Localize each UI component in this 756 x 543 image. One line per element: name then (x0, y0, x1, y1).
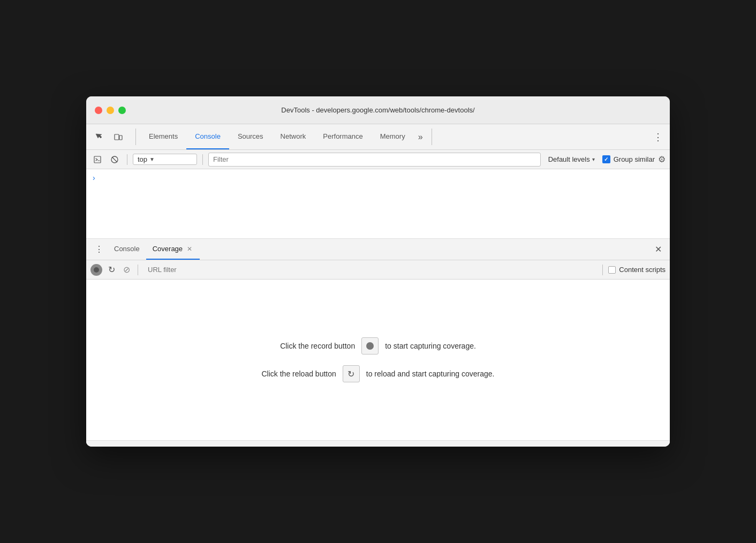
nav-separator-2 (432, 129, 432, 145)
console-toolbar: top ▼ Default levels ▾ Group similar ⚙ (86, 150, 670, 169)
levels-label: Default levels (548, 155, 590, 163)
svg-rect-1 (119, 135, 122, 140)
clear-console-button[interactable] (108, 153, 122, 167)
svg-line-5 (112, 157, 117, 162)
context-selector[interactable]: top ▼ (133, 154, 197, 165)
minimize-button[interactable] (107, 107, 114, 114)
nav-tabs: Elements Console Sources Network Perform… (140, 124, 414, 149)
bottom-tab-bar: ⋮ Console Coverage ✕ ✕ (86, 239, 670, 260)
console-prompt: › (93, 174, 663, 182)
record-inline-icon (366, 342, 374, 350)
reload-inline-button[interactable]: ↻ (343, 365, 360, 382)
devtools-window: DevTools - developers.google.com/web/too… (86, 96, 670, 447)
devtools-menu-button[interactable]: ⋮ (651, 130, 666, 145)
coverage-toolbar-separator (138, 265, 138, 275)
titlebar: DevTools - developers.google.com/web/too… (86, 96, 670, 124)
bottom-panel-menu-button[interactable]: ⋮ (90, 239, 108, 260)
coverage-tab-label: Coverage (153, 245, 183, 253)
record-icon (94, 267, 99, 273)
device-toolbar-button[interactable] (110, 129, 127, 146)
record-instruction-before: Click the record button (280, 342, 355, 350)
nav-separator (135, 129, 136, 145)
context-value: top (138, 155, 147, 163)
reload-and-record-button[interactable]: ↻ (105, 264, 117, 276)
content-scripts-label[interactable]: Content scripts (608, 266, 666, 274)
tab-elements[interactable]: Elements (140, 124, 186, 149)
group-similar-label: Group similar (614, 155, 655, 163)
horizontal-scrollbar[interactable] (86, 440, 670, 447)
reload-instruction-before: Click the reload button (261, 369, 336, 378)
coverage-toolbar: ↻ ⊘ Content scripts (86, 260, 670, 280)
tab-performance[interactable]: Performance (314, 124, 371, 149)
url-filter-input[interactable] (143, 263, 597, 277)
content-scripts-text: Content scripts (619, 266, 666, 274)
coverage-empty-state: Click the record button to start capturi… (86, 280, 670, 440)
toolbar-separator-2 (202, 154, 203, 165)
coverage-toolbar-separator-2 (602, 265, 603, 275)
record-instruction: Click the record button to start capturi… (280, 337, 476, 355)
context-arrow-icon: ▼ (149, 156, 155, 162)
nav-icons (90, 124, 131, 149)
close-button[interactable] (95, 107, 102, 114)
close-panel-button[interactable]: ✕ (651, 242, 666, 257)
window-title: DevTools - developers.google.com/web/too… (281, 106, 474, 114)
toolbar-separator (127, 154, 127, 165)
record-instruction-after: to start capturing coverage. (385, 342, 476, 350)
reload-inline-icon: ↻ (347, 369, 354, 379)
traffic-lights (95, 107, 126, 114)
levels-dropdown[interactable]: Default levels ▾ (544, 154, 599, 164)
bottom-panel: ⋮ Console Coverage ✕ ✕ ↻ ⊘ (86, 239, 670, 447)
record-button[interactable] (90, 264, 102, 276)
record-inline-button[interactable] (361, 337, 379, 355)
clear-coverage-button[interactable]: ⊘ (120, 264, 132, 276)
console-tab-label: Console (114, 245, 140, 253)
reload-instruction: Click the reload button ↻ to reload and … (261, 365, 494, 382)
tab-network[interactable]: Network (272, 124, 315, 149)
filter-input[interactable] (208, 153, 541, 167)
tab-console[interactable]: Console (186, 124, 229, 149)
tab-memory[interactable]: Memory (372, 124, 414, 149)
more-tabs-button[interactable]: » (414, 124, 427, 149)
tab-console-bottom[interactable]: Console (108, 239, 146, 260)
bottom-tab-end: ✕ (651, 239, 666, 260)
nav-end: ⋮ (651, 124, 666, 149)
content-scripts-checkbox[interactable] (608, 266, 616, 274)
settings-icon[interactable]: ⚙ (658, 154, 666, 164)
group-similar-checkbox[interactable] (602, 155, 610, 163)
tab-sources[interactable]: Sources (229, 124, 272, 149)
prompt-arrow-icon[interactable]: › (93, 174, 95, 182)
tab-coverage[interactable]: Coverage ✕ (146, 239, 200, 260)
coverage-tab-close[interactable]: ✕ (186, 244, 193, 254)
console-content-area: › (86, 169, 670, 239)
group-similar-control: Group similar (602, 155, 655, 163)
maximize-button[interactable] (118, 107, 126, 114)
svg-rect-0 (115, 134, 119, 140)
main-nav-bar: Elements Console Sources Network Perform… (86, 124, 670, 150)
inspect-element-button[interactable] (90, 129, 108, 146)
reload-instruction-after: to reload and start capturing coverage. (366, 369, 495, 378)
levels-arrow-icon: ▾ (592, 156, 595, 162)
show-console-button[interactable] (90, 153, 104, 167)
